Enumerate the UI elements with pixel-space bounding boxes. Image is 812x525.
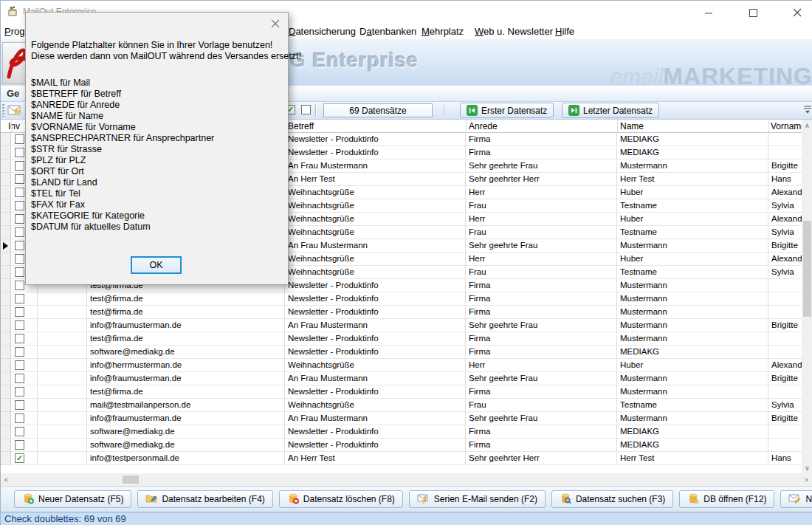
row-checkbox[interactable] — [15, 241, 24, 250]
table-row[interactable]: info@fraumusterman.deAn Frau MustermannS… — [1, 319, 802, 332]
table-row[interactable]: info@fraumusterman.deAn Frau MustermannS… — [1, 412, 802, 425]
row-checkbox[interactable] — [15, 360, 24, 370]
table-row[interactable]: test@firma.deNewsletter - ProduktinfoFir… — [1, 332, 802, 346]
cell-blank — [38, 385, 87, 399]
cell-vorname: Brigitte — [768, 159, 802, 173]
tab-label[interactable]: Ge — [7, 88, 19, 99]
row-checkbox[interactable] — [15, 320, 24, 330]
row-checkbox[interactable] — [15, 188, 24, 197]
menu-item-web-u-newsletter[interactable]: Web u. Newsletter — [475, 26, 553, 37]
dialog-close-icon[interactable] — [270, 18, 281, 29]
ok-button[interactable]: OK — [131, 256, 182, 274]
menu-item-datenbanken[interactable]: Datenbanken — [359, 26, 416, 37]
row-checkbox[interactable] — [15, 201, 24, 210]
table-row[interactable]: info@herrmusterman.deWeihnachtsgrüßeHerr… — [1, 359, 802, 372]
header-inv[interactable]: Inv — [8, 121, 20, 131]
row-checkbox[interactable] — [15, 214, 24, 224]
minimize-button[interactable] — [698, 5, 720, 20]
table-row[interactable]: test@firma.deNewsletter - ProduktinfoFir… — [1, 292, 802, 306]
maximize-button[interactable] — [742, 5, 764, 20]
header-anrede[interactable]: Anrede — [469, 121, 498, 131]
row-checkbox[interactable] — [15, 387, 24, 397]
record-edit-icon — [145, 493, 157, 507]
vertical-scrollbar[interactable]: ∧ ∨ — [802, 120, 812, 473]
datensatz-bearbeiten-f4-button[interactable]: Datensatz bearbeiten (F4) — [137, 490, 272, 508]
close-button[interactable] — [786, 5, 808, 20]
row-checkbox[interactable] — [15, 148, 24, 157]
datensatz-suchen-f3-button[interactable]: Datensatz suchen (F3) — [551, 490, 673, 508]
serien-e-mail-senden-f2-button[interactable]: Serien E-Mail senden (F2) — [409, 490, 546, 508]
toolbar-grip[interactable] — [2, 104, 4, 117]
row-checkbox[interactable] — [15, 134, 24, 144]
cell-vorname: Brigitte — [768, 239, 802, 253]
scroll-down-icon[interactable]: ∨ — [802, 462, 812, 473]
filter-checkbox-unchecked[interactable] — [301, 105, 311, 114]
row-indicator-cell — [1, 159, 11, 173]
row-checkbox[interactable] — [15, 174, 24, 184]
header-name[interactable]: Name — [620, 121, 644, 131]
scroll-right-icon[interactable]: > — [801, 474, 812, 485]
cell-name: Mustermann — [617, 372, 768, 385]
placeholder-line: $KATEGORIE für Kategorie — [31, 210, 214, 222]
row-checkbox[interactable] — [15, 440, 24, 450]
table-row[interactable]: software@mediakg.deNewsletter - Produkti… — [1, 425, 802, 439]
row-checkbox[interactable]: ✓ — [15, 453, 24, 463]
cell-anrede: Firma — [466, 425, 617, 439]
cell-blank — [38, 439, 87, 452]
cell-vorname: Sylvia — [768, 199, 802, 213]
row-checkbox[interactable] — [15, 161, 24, 171]
row-indicator-cell — [1, 173, 11, 186]
cell-anrede: Firma — [466, 306, 617, 319]
row-checkbox[interactable] — [15, 307, 24, 317]
header-vorname[interactable]: Vorname — [771, 121, 802, 131]
cell-name: Herr Test — [617, 452, 768, 465]
last-record-button[interactable]: Letzter Datensatz — [562, 103, 659, 118]
vertical-scroll-thumb[interactable] — [803, 221, 811, 317]
row-checkbox[interactable] — [15, 400, 24, 410]
row-checkbox[interactable] — [15, 334, 24, 343]
row-indicator-cell — [1, 226, 11, 239]
table-row[interactable]: info@fraumusterman.deAn Frau MustermannS… — [1, 372, 802, 385]
table-row[interactable]: software@mediakg.deNewsletter - Produkti… — [1, 346, 802, 359]
row-checkbox[interactable] — [15, 267, 24, 277]
table-row[interactable]: test@firma.deNewsletter - ProduktinfoFir… — [1, 306, 802, 319]
row-checkbox[interactable] — [15, 347, 24, 357]
menu-item-datensicherung[interactable]: Datensicherung — [289, 26, 356, 37]
newsletter-mail-icon[interactable] — [7, 104, 24, 120]
row-checkbox[interactable] — [15, 427, 24, 436]
column-options-icon[interactable] — [803, 104, 812, 114]
cell-name: Mustermann — [617, 239, 768, 253]
row-checkbox[interactable] — [15, 374, 24, 383]
row-indicator-cell — [1, 439, 11, 452]
cell-blank — [38, 346, 87, 359]
scroll-left-icon[interactable]: < — [1, 474, 12, 485]
table-row[interactable]: mail@testmailanperson.deWeihnachtsgrüßeF… — [1, 399, 802, 412]
datensatz-l-schen-f8-button[interactable]: Datensatz löschen (F8) — [279, 490, 403, 508]
cell-vorname — [768, 306, 802, 319]
placeholder-line: $NAME für Name — [31, 111, 214, 122]
row-checkbox[interactable] — [15, 414, 24, 423]
table-row[interactable]: software@mediakg.deNewsletter - Produkti… — [1, 439, 802, 452]
table-row[interactable]: ✓info@testpersonmail.deAn Herr TestSehr … — [1, 452, 802, 465]
row-checkbox[interactable] — [15, 281, 24, 290]
row-checkbox[interactable] — [15, 294, 24, 303]
newsletter-designer-button[interactable]: Newsletter designer — [780, 490, 812, 508]
db-ffnen-f12-button[interactable]: DB öffnen (F12) — [679, 490, 774, 508]
cell-vorname: Brigitte — [768, 319, 802, 332]
row-indicator-cell — [1, 319, 11, 332]
table-row[interactable]: test@firma.deNewsletter - ProduktinfoFir… — [1, 385, 802, 399]
horizontal-scroll-thumb[interactable] — [123, 476, 139, 484]
horizontal-scrollbar[interactable]: < > — [1, 473, 812, 486]
neuer-datensatz-f5-button[interactable]: Neuer Datensatz (F5) — [14, 490, 131, 508]
menu-item-hilfe[interactable]: Hilfe — [555, 26, 574, 37]
scroll-up-icon[interactable]: ∧ — [802, 120, 812, 131]
header-betreff[interactable]: Betreff — [288, 121, 314, 131]
cell-anrede: Sehr geehrter Herr — [466, 452, 617, 465]
first-record-button[interactable]: Erster Datensatz — [460, 103, 554, 118]
cell-vorname: Sylvia — [768, 266, 802, 279]
row-checkbox[interactable] — [15, 254, 24, 264]
row-checkbox[interactable] — [15, 227, 24, 237]
cell-anrede: Sehr geehrte Frau — [466, 412, 617, 425]
menu-item-mehrplatz[interactable]: Mehrplatz — [422, 26, 464, 37]
cell-vorname — [768, 439, 802, 452]
